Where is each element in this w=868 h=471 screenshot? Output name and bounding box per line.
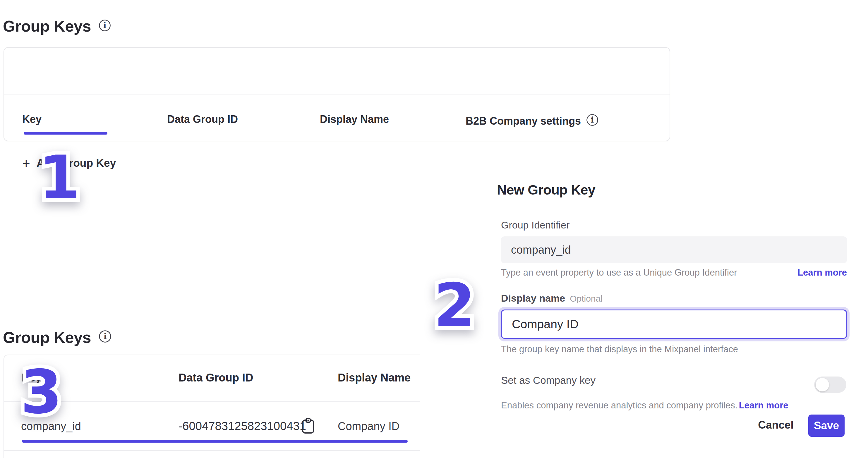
- column-header-key: Key: [22, 113, 41, 126]
- add-group-key-label: Add Group Key: [37, 157, 116, 169]
- company-key-toggle[interactable]: [814, 377, 846, 393]
- svg-text:i: i: [103, 331, 107, 341]
- display-name-optional-tag: Optional: [570, 294, 602, 304]
- column-header-display-name: Display Name: [338, 372, 411, 384]
- save-button[interactable]: Save: [808, 414, 845, 437]
- group-keys-heading-top-label: Group Keys: [3, 17, 91, 35]
- info-icon[interactable]: i: [586, 114, 598, 129]
- display-name-label: Display name: [501, 292, 565, 304]
- dialog-title: New Group Key: [497, 182, 595, 198]
- row-cell-key: company_id: [21, 420, 81, 433]
- column-header-data-group-id: Data Group ID: [167, 113, 238, 126]
- column-header-display-name: Display Name: [320, 113, 389, 126]
- company-key-description-row: Enables company revenue analytics and co…: [501, 400, 788, 411]
- info-icon[interactable]: i: [99, 328, 112, 346]
- group-identifier-input[interactable]: [501, 237, 847, 263]
- company-key-description: Enables company revenue analytics and co…: [501, 400, 738, 410]
- page: Group Keys i Key Data Group ID Display N…: [0, 0, 868, 471]
- annotation-underline-add-group-key: [24, 132, 107, 134]
- column-header-b2b-settings: B2B Company settings i: [466, 113, 598, 129]
- table-header-divider: [4, 401, 420, 402]
- svg-text:i: i: [103, 21, 106, 30]
- group-keys-heading-bottom-label: Group Keys: [3, 328, 91, 346]
- step-badge-2-number: 2: [434, 276, 475, 336]
- group-identifier-label: Group Identifier: [501, 219, 569, 231]
- cancel-button[interactable]: Cancel: [757, 419, 795, 431]
- display-name-label-row: Display name Optional: [501, 292, 602, 304]
- column-header-data-group-id: Data Group ID: [179, 372, 253, 384]
- copy-icon[interactable]: [302, 418, 315, 435]
- group-keys-heading-top: Group Keys i: [3, 17, 111, 35]
- table-row-divider: [4, 450, 420, 451]
- plus-icon: +: [22, 157, 30, 170]
- group-keys-table-card-top: Key Data Group ID Display Name B2B Compa…: [3, 47, 670, 141]
- company-key-learn-more-link[interactable]: Learn more: [739, 400, 788, 410]
- group-keys-heading-bottom: Group Keys i: [3, 328, 112, 346]
- row-cell-display-name: Company ID: [338, 420, 400, 433]
- annotation-underline-group-key-row: [22, 440, 408, 443]
- svg-text:i: i: [591, 115, 594, 124]
- table-header-divider: [4, 94, 670, 94]
- column-header-key: Key: [21, 372, 41, 384]
- company-key-label: Set as Company key: [501, 374, 595, 386]
- info-icon[interactable]: i: [99, 17, 111, 35]
- display-name-helper: The group key name that displays in the …: [501, 344, 738, 354]
- step-badge-2: 2 2: [434, 276, 472, 334]
- column-header-b2b-settings-label: B2B Company settings: [466, 115, 581, 127]
- add-group-key-button[interactable]: + Add Group Key: [22, 157, 116, 170]
- row-cell-data-group-id: -6004783125823100431: [179, 419, 306, 433]
- group-identifier-helper: Type an event property to use as a Uniqu…: [501, 268, 737, 278]
- display-name-input[interactable]: [501, 310, 847, 339]
- identifier-learn-more-link[interactable]: Learn more: [794, 268, 847, 278]
- toggle-knob: [816, 378, 829, 391]
